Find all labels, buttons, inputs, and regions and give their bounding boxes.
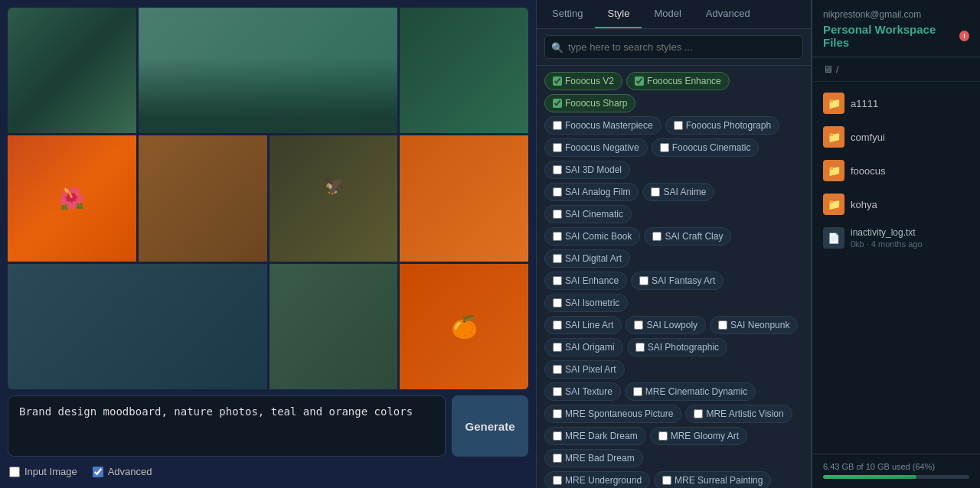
style-checkbox[interactable] — [553, 454, 562, 463]
grid-cell-6 — [270, 135, 398, 261]
advanced-input[interactable] — [93, 467, 103, 477]
middle-panel: Setting Style Model Advanced 🔍 Fooocus V… — [536, 0, 812, 488]
style-tag[interactable]: SAI Comic Book — [544, 227, 640, 246]
style-checkbox[interactable] — [553, 143, 562, 152]
styles-list: Fooocus V2Fooocus EnhanceFooocus SharpFo… — [537, 66, 811, 488]
tab-style[interactable]: Style — [595, 0, 642, 28]
style-tag[interactable]: MRE Gloomy Art — [650, 427, 747, 445]
style-checkbox[interactable] — [652, 232, 662, 241]
style-tag-label: MRE Bad Dream — [565, 453, 635, 464]
folder-item[interactable]: 📁 comfyui — [812, 120, 980, 154]
style-checkbox[interactable] — [553, 387, 562, 396]
style-tag[interactable]: SAI Line Art — [544, 316, 622, 334]
style-tag[interactable]: SAI Fantasy Art — [631, 272, 724, 290]
style-tag[interactable]: Fooocus Enhance — [626, 72, 730, 90]
style-checkbox[interactable] — [553, 320, 562, 330]
style-tag[interactable]: SAI Photographic — [627, 338, 727, 356]
style-checkbox[interactable] — [553, 165, 562, 174]
style-tag[interactable]: Fooocus Photograph — [665, 116, 779, 135]
prompt-input[interactable]: Brand design moodboard, nature photos, t… — [8, 395, 446, 457]
style-checkbox[interactable] — [553, 187, 562, 197]
style-tag-label: SAI Comic Book — [565, 231, 632, 242]
tab-advanced[interactable]: Advanced — [694, 0, 763, 28]
style-tag[interactable]: SAI Enhance — [544, 272, 627, 290]
file-item[interactable]: 📄 inactivity_log.txt 0kb · 4 months ago — [812, 221, 980, 255]
style-tag[interactable]: Fooocus Cinematic — [652, 138, 760, 157]
style-checkbox[interactable] — [639, 276, 648, 285]
style-checkbox[interactable] — [651, 187, 660, 197]
style-checkbox[interactable] — [658, 431, 668, 441]
input-image-checkbox[interactable]: Input Image — [9, 466, 77, 477]
prompt-area: Brand design moodboard, nature photos, t… — [8, 395, 528, 457]
folder-item[interactable]: 📁 kohya — [812, 187, 980, 221]
style-checkbox[interactable] — [553, 210, 562, 219]
style-tag[interactable]: Fooocus Masterpiece — [544, 116, 662, 135]
style-tag[interactable]: MRE Bad Dream — [544, 449, 643, 467]
style-tag[interactable]: SAI Pixel Art — [544, 360, 625, 379]
file-icon: 📄 — [823, 227, 844, 249]
style-tag[interactable]: SAI Neonpunk — [710, 316, 798, 334]
search-bar: 🔍 — [537, 29, 811, 66]
style-checkbox[interactable] — [553, 99, 562, 108]
tab-model[interactable]: Model — [642, 0, 693, 28]
style-checkbox[interactable] — [553, 232, 562, 241]
style-tag[interactable]: SAI Texture — [544, 382, 621, 401]
style-tag[interactable]: MRE Spontaneous Picture — [544, 405, 681, 423]
style-tag[interactable]: MRE Underground — [544, 471, 650, 488]
style-checkbox[interactable] — [553, 298, 562, 307]
style-tag[interactable]: MRE Dark Dream — [544, 427, 646, 445]
input-image-input[interactable] — [9, 467, 20, 477]
style-tag[interactable]: Fooocus Sharp — [544, 94, 635, 112]
style-tag[interactable]: SAI Craft Clay — [644, 227, 731, 246]
style-tag[interactable]: SAI 3D Model — [544, 161, 630, 179]
style-checkbox[interactable] — [635, 343, 645, 352]
style-tag-label: MRE Artistic Vision — [706, 408, 783, 419]
folder-name: kohya — [851, 199, 877, 210]
style-tag-label: SAI Pixel Art — [565, 364, 616, 375]
style-tag[interactable]: Fooocus V2 — [544, 72, 622, 90]
folder-item[interactable]: 📁 a1111 — [812, 86, 980, 120]
style-checkbox[interactable] — [553, 76, 562, 86]
folder-item[interactable]: 📁 fooocus — [812, 154, 980, 187]
style-tag[interactable]: SAI Isometric — [544, 294, 628, 312]
style-checkbox[interactable] — [635, 76, 644, 86]
style-tag[interactable]: SAI Analog Film — [544, 183, 639, 201]
style-checkbox[interactable] — [553, 276, 562, 285]
style-tag[interactable]: Fooocus Negative — [544, 138, 648, 157]
grid-cell-4 — [8, 135, 136, 261]
style-tag-label: MRE Surreal Painting — [675, 475, 763, 486]
file-info: inactivity_log.txt 0kb · 4 months ago — [851, 227, 969, 249]
style-checkbox[interactable] — [694, 409, 703, 418]
style-checkbox[interactable] — [662, 476, 671, 485]
style-checkbox[interactable] — [553, 343, 562, 352]
style-tag[interactable]: SAI Digital Art — [544, 249, 630, 268]
bottom-checkboxes: Input Image Advanced — [8, 463, 528, 480]
tab-setting[interactable]: Setting — [540, 0, 595, 28]
style-checkbox[interactable] — [553, 121, 562, 130]
style-checkbox[interactable] — [718, 320, 727, 330]
style-checkbox[interactable] — [634, 320, 643, 330]
style-checkbox[interactable] — [633, 387, 642, 396]
advanced-checkbox[interactable]: Advanced — [93, 466, 152, 477]
style-checkbox[interactable] — [553, 409, 562, 418]
style-tag[interactable]: SAI Anime — [642, 183, 714, 201]
style-tag-label: SAI 3D Model — [565, 164, 622, 175]
style-row: MRE UndergroundMRE Surreal Painting — [544, 471, 803, 488]
search-input[interactable] — [544, 35, 803, 59]
generate-button[interactable]: Generate — [452, 395, 528, 457]
style-tag[interactable]: SAI Cinematic — [544, 205, 632, 223]
style-checkbox[interactable] — [553, 365, 562, 374]
style-checkbox[interactable] — [660, 143, 669, 152]
grid-cell-10 — [400, 264, 528, 389]
style-tag[interactable]: MRE Cinematic Dynamic — [625, 382, 756, 401]
style-tag-label: Fooocus Photograph — [686, 120, 771, 131]
style-tag[interactable]: SAI Lowpoly — [626, 316, 706, 334]
style-tag[interactable]: MRE Artistic Vision — [685, 405, 792, 423]
style-checkbox[interactable] — [674, 121, 683, 130]
style-checkbox[interactable] — [553, 254, 562, 263]
style-tag[interactable]: MRE Surreal Painting — [654, 471, 771, 488]
style-checkbox[interactable] — [553, 476, 562, 485]
style-checkbox[interactable] — [553, 431, 562, 441]
style-row: SAI Line ArtSAI LowpolySAI Neonpunk — [544, 316, 803, 334]
style-tag[interactable]: SAI Origami — [544, 338, 623, 356]
